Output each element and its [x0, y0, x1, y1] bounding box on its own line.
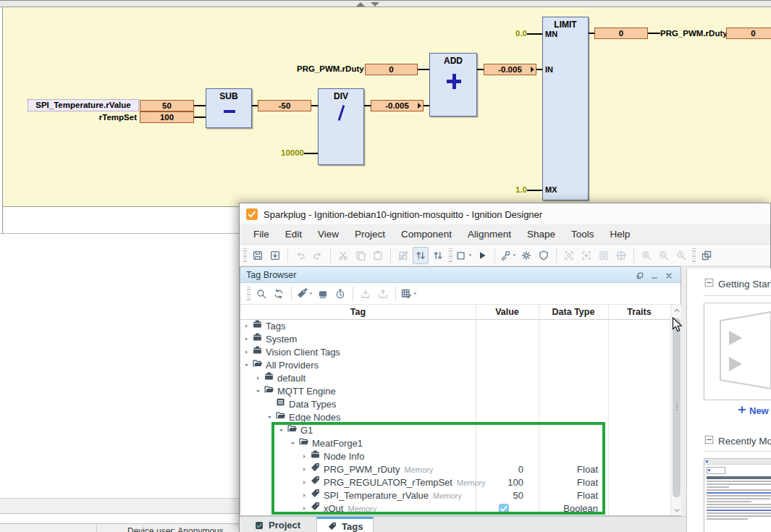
redo-button[interactable] — [310, 247, 326, 264]
tag-table-header[interactable]: Tag Value Data Type Traits — [240, 305, 681, 320]
expand-down-icon[interactable] — [255, 385, 263, 398]
shield-button[interactable] — [536, 247, 552, 264]
shape-square-button[interactable] — [455, 247, 473, 264]
fbd-operand-pwm-out[interactable]: PRG_PWM.rDuty — [660, 28, 725, 39]
import-button[interactable] — [358, 285, 374, 303]
getting-started-thumbnail[interactable] — [704, 303, 771, 400]
fbd-watch-div-out[interactable]: -0.005 — [371, 100, 424, 111]
fit-width-button[interactable] — [596, 247, 612, 264]
expand-right-icon[interactable] — [243, 333, 251, 346]
zoom-fit-button[interactable] — [673, 247, 689, 264]
zoom-out-button[interactable] — [656, 247, 672, 264]
expand-right-icon[interactable] — [243, 346, 251, 359]
fbd-constant-min[interactable]: 0.0 — [500, 28, 527, 38]
splitter-down-icon[interactable] — [371, 2, 379, 7]
tag-row-default[interactable]: default — [240, 372, 671, 385]
collapse-icon[interactable] — [704, 435, 714, 447]
menu-edit[interactable]: Edit — [277, 225, 310, 244]
timer-button[interactable] — [332, 285, 348, 303]
fbd-operand-pwm-in[interactable]: PRG_PWM.rDuty — [297, 64, 363, 75]
scrollbar-down-button[interactable] — [671, 504, 682, 515]
fbd-watch-spi-value[interactable]: 50 — [140, 100, 194, 111]
getting-started-header[interactable]: Getting Started — [704, 278, 771, 290]
fbd-watch-pwm-out[interactable]: 0 — [726, 28, 771, 39]
close-panel-button[interactable] — [665, 270, 673, 283]
fbd-watch-pwm-in[interactable]: 0 — [365, 64, 418, 75]
gear-button[interactable] — [518, 247, 534, 264]
fbd-operand-rtempset[interactable]: rTempSet — [87, 112, 137, 123]
window-title-bar[interactable]: Sparkplug - Ignition-debian10-ignition-m… — [240, 203, 770, 225]
menu-tools[interactable]: Tools — [563, 225, 602, 244]
recently-modified-header[interactable]: Recently Modif — [704, 435, 771, 447]
arrows-updown-button[interactable] — [430, 247, 446, 264]
tag-row-system[interactable]: System — [240, 333, 671, 346]
fbd-constant-max[interactable]: 1.0 — [500, 185, 527, 195]
fbd-operand-spi-temperature[interactable]: SPI_Temperature.rValue — [28, 99, 139, 111]
expand-right-icon[interactable] — [243, 320, 251, 333]
menu-component[interactable]: Component — [393, 225, 460, 244]
tag-row-vision-client-tags[interactable]: Vision Client Tags — [240, 346, 671, 359]
fbd-block-div[interactable]: DIV — [318, 88, 364, 165]
fbd-watch-sub-out[interactable]: -50 — [258, 100, 311, 111]
minimize-panel-button[interactable] — [650, 270, 659, 283]
tag-row-data-types[interactable]: Data Types — [240, 398, 671, 411]
drive-button[interactable] — [315, 285, 331, 303]
zoom-in-button[interactable] — [639, 247, 654, 264]
column-datatype[interactable]: Data Type — [539, 307, 608, 317]
grid-check-button[interactable] — [400, 285, 418, 303]
expand-right-icon[interactable] — [255, 372, 263, 385]
refresh-button[interactable] — [271, 285, 287, 303]
fbd-watch-add-out[interactable]: -0.005 — [484, 64, 536, 75]
dropdown-caret-icon[interactable] — [413, 291, 418, 296]
menu-alignment[interactable]: Alignment — [460, 225, 519, 244]
menu-file[interactable]: File — [245, 225, 277, 244]
panel-button[interactable] — [699, 247, 715, 264]
menu-help[interactable]: Help — [602, 225, 639, 244]
arrows-updown-button[interactable] — [413, 247, 429, 264]
vertical-splitter[interactable] — [0, 0, 771, 7]
save-button[interactable] — [250, 247, 266, 264]
splitter-up-icon[interactable] — [356, 2, 365, 7]
toolbar-grip[interactable] — [449, 248, 452, 263]
dropdown-caret-icon[interactable] — [308, 291, 313, 296]
fbd-watch-tempset-value[interactable]: 100 — [140, 111, 194, 123]
menu-shape[interactable]: Shape — [519, 225, 563, 244]
dropdown-caret-icon[interactable] — [468, 253, 473, 258]
tag-plus-button[interactable] — [296, 285, 313, 303]
toolbar-grip[interactable] — [243, 248, 247, 263]
search-button[interactable] — [253, 285, 269, 303]
tab-project[interactable]: Project — [244, 517, 311, 532]
undo-button[interactable] — [292, 247, 308, 264]
column-tag[interactable]: Tag — [240, 307, 476, 317]
cut-button[interactable] — [335, 247, 351, 264]
new-link[interactable]: New M — [738, 405, 771, 416]
toolbar-grip[interactable] — [247, 287, 250, 301]
fit-collapse-button[interactable] — [578, 247, 594, 264]
fit-selection-button[interactable] — [613, 247, 629, 264]
toolbar-grip[interactable] — [692, 248, 696, 263]
tag-row-all-providers[interactable]: All Providers — [240, 359, 671, 372]
scrollbar-up-button[interactable] — [671, 305, 682, 316]
fbd-block-limit[interactable]: LIMIT MN IN MX — [542, 17, 589, 200]
tag-row-tags[interactable]: Tags — [240, 320, 671, 333]
save-alt-button[interactable] — [267, 247, 283, 264]
column-value[interactable]: Value — [476, 307, 539, 317]
menu-view[interactable]: View — [310, 225, 347, 244]
copy-button[interactable] — [353, 247, 368, 264]
play-button[interactable] — [474, 247, 490, 264]
tag-row-mqtt-engine[interactable]: MQTT Engine — [240, 385, 671, 398]
wrench-button[interactable] — [500, 247, 517, 264]
fbd-block-add[interactable]: ADD — [429, 53, 477, 117]
fbd-block-sub[interactable]: SUB — [206, 88, 252, 128]
export-button[interactable] — [375, 285, 391, 303]
paste-button[interactable] — [370, 247, 386, 264]
grid-off-button[interactable] — [395, 247, 411, 264]
menu-project[interactable]: Project — [347, 225, 393, 244]
collapse-icon[interactable] — [704, 278, 714, 290]
horizontal-scrollbar[interactable] — [0, 498, 239, 514]
tag-tree-scrollbar[interactable] — [670, 305, 681, 515]
column-traits[interactable]: Traits — [608, 307, 670, 317]
fit-expand-button[interactable] — [561, 247, 577, 264]
scrollbar-thumb[interactable] — [673, 318, 681, 497]
recently-modified-thumbnail[interactable] — [704, 458, 771, 532]
